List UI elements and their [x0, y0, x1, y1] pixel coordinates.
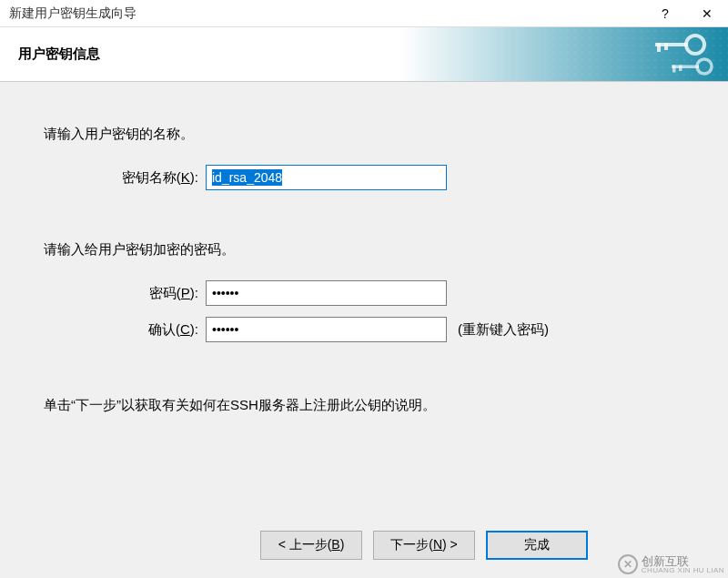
next-button[interactable]: 下一步(N) > [373, 531, 475, 560]
name-row: 密钥名称(K): id_rsa_2048 [44, 165, 684, 190]
back-button[interactable]: < 上一步(B) [260, 531, 362, 560]
password-prompt: 请输入给用户密钥加密的密码。 [44, 241, 684, 259]
content-area: 请输入用户密钥的名称。 密钥名称(K): id_rsa_2048 请输入给用户密… [0, 82, 728, 414]
close-button[interactable]: ✕ [686, 0, 728, 27]
title-bar: 新建用户密钥生成向导 ? ✕ [0, 0, 728, 27]
window-controls: ? ✕ [644, 0, 728, 26]
next-step-instruction: 单击“下一步”以获取有关如何在SSH服务器上注册此公钥的说明。 [44, 397, 684, 414]
wizard-header: 用户密钥信息 [0, 27, 728, 82]
confirm-row: 确认(C): (重新键入密码) [44, 317, 684, 342]
watermark: ✕ 创新互联 CHUANG XIN HU LIAN [618, 554, 724, 574]
password-label: 密码(P): [98, 285, 198, 302]
password-row: 密码(P): [44, 280, 684, 306]
confirm-password-input[interactable] [206, 317, 447, 342]
finish-button[interactable]: 完成 [486, 531, 588, 560]
confirm-hint: (重新键入密码) [458, 321, 549, 339]
svg-rect-3 [664, 43, 668, 50]
name-label: 密钥名称(K): [98, 169, 198, 187]
key-name-input[interactable] [206, 165, 447, 190]
confirm-label: 确认(C): [98, 321, 198, 339]
password-input[interactable] [206, 280, 447, 306]
watermark-en: CHUANG XIN HU LIAN [642, 567, 724, 574]
svg-point-0 [686, 35, 704, 54]
svg-rect-2 [657, 43, 661, 52]
help-button[interactable]: ? [644, 0, 686, 27]
name-prompt: 请输入用户密钥的名称。 [44, 126, 684, 143]
page-title: 用户密钥信息 [18, 46, 100, 63]
window-title: 新建用户密钥生成向导 [9, 5, 136, 22]
svg-rect-7 [679, 65, 682, 71]
watermark-icon: ✕ [618, 554, 638, 574]
svg-point-4 [697, 59, 712, 74]
watermark-cn: 创新互联 [642, 555, 724, 567]
svg-rect-6 [672, 65, 676, 72]
